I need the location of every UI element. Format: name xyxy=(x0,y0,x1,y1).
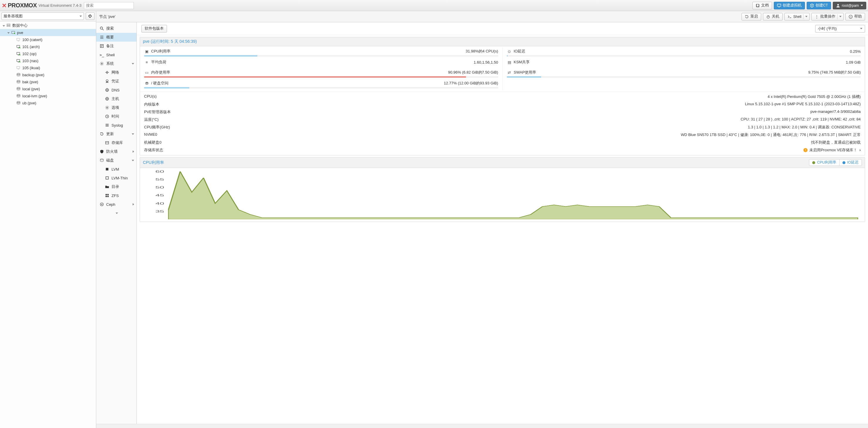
resource-tree: 数据中心 pve 100 (catwrt)101 (arch)102 (op)1… xyxy=(0,22,96,428)
menu-icon: ⋮ xyxy=(815,15,819,19)
gauge-value: 9.75% (748.75 MiB的7.50 GiB) xyxy=(808,70,861,75)
nav-选项[interactable]: 选项 xyxy=(96,103,136,112)
svg-text:35: 35 xyxy=(155,209,164,213)
svg-text:?: ? xyxy=(850,15,851,18)
nav-搜索[interactable]: 搜索 xyxy=(96,24,136,33)
docs-button[interactable]: 文档 xyxy=(752,2,772,9)
search-input[interactable] xyxy=(84,2,134,9)
tree-item-label: bak (pve) xyxy=(22,80,38,84)
nav-网络[interactable]: 网络 xyxy=(96,68,136,77)
tree-item[interactable]: ub (pve) xyxy=(0,99,96,106)
gauge-value: 1.60,1.56,1.50 xyxy=(474,60,498,65)
nav-时间[interactable]: 时间 xyxy=(96,112,136,121)
tree-item[interactable]: 105 (ikuai) xyxy=(0,64,96,71)
tree-item[interactable]: local-lvm (pve) xyxy=(0,92,96,99)
net-icon xyxy=(104,70,110,74)
metric-icon: ▣ xyxy=(144,49,149,54)
info-row[interactable]: 存储库状态!未启用Proxmox VE存储库！ › xyxy=(140,146,865,154)
tree-item[interactable]: 100 (catwrt) xyxy=(0,36,96,43)
svg-text:60: 60 xyxy=(155,170,164,173)
tree-settings-button[interactable] xyxy=(86,12,94,20)
view-mode-select[interactable]: 服务器视图 xyxy=(1,12,84,20)
info-row: CPU(s)4 x Intel(R) Pentium(R) Gold 7505 … xyxy=(140,93,865,101)
power-icon xyxy=(766,15,770,19)
info-key: CPU(s) xyxy=(144,94,185,99)
metric-icon: ▤ xyxy=(507,60,512,65)
chevron-down-icon xyxy=(132,63,134,65)
tree-item[interactable]: bak (pve) xyxy=(0,78,96,85)
info-row: 温度(°C)CPU: 31 ( 27 | 28 ) ,crit: 100 | A… xyxy=(140,116,865,124)
nav-更新[interactable]: 更新 xyxy=(96,130,136,138)
bottom-scrollbar[interactable] xyxy=(96,424,868,428)
chevron-right-icon xyxy=(133,151,134,153)
chevron-down-icon xyxy=(132,160,134,161)
nav-凭证[interactable]: 凭证 xyxy=(96,77,136,86)
nav-collapse-button[interactable] xyxy=(96,209,136,218)
metric-icon: ⛃ xyxy=(144,81,149,86)
nav-ceph[interactable]: Ceph xyxy=(96,200,136,209)
tree-node-pve[interactable]: pve xyxy=(0,29,96,36)
chevron-right-icon xyxy=(133,203,134,205)
nav-syslog[interactable]: Syslog xyxy=(96,121,136,130)
gauge-value: 90.96% (6.82 GiB的7.50 GiB) xyxy=(448,70,498,75)
expand-icon xyxy=(3,25,5,27)
summary-panel-title: pve (运行时间: 5 天 04:56:39) xyxy=(140,37,865,46)
gauge-value: 1.09 GiB xyxy=(846,60,861,65)
create-vm-button[interactable]: 创建虚拟机 xyxy=(774,2,805,9)
gauge-label: 平均负荷 xyxy=(151,60,166,65)
user-menu-button[interactable]: root@pam xyxy=(833,2,866,9)
nav-磁盘[interactable]: 磁盘 xyxy=(96,156,136,165)
shutdown-button[interactable]: 关机 xyxy=(763,13,783,21)
svg-rect-35 xyxy=(106,177,108,179)
pkg-versions-button[interactable]: 软件包版本 xyxy=(142,25,167,33)
gauge-value: 0.25% xyxy=(850,49,861,54)
storage-icon xyxy=(16,87,21,91)
nav-目录[interactable]: 目录 xyxy=(96,182,136,191)
create-ct-button[interactable]: 创建CT xyxy=(807,2,831,9)
nav-label: LVM xyxy=(112,167,119,171)
reboot-button[interactable]: 重启 xyxy=(742,13,761,21)
gauge-bar xyxy=(144,87,498,89)
nav-lvm-thin[interactable]: LVM-Thin xyxy=(96,173,136,182)
bulk-actions-button[interactable]: ⋮ 批量操作 xyxy=(811,13,844,21)
tree-item[interactable]: local (pve) xyxy=(0,85,96,92)
svg-point-33 xyxy=(100,159,103,160)
nav-dns[interactable]: DNS xyxy=(96,86,136,94)
tree-item[interactable]: 102 (op) xyxy=(0,50,96,57)
legend-item[interactable]: CPU利用率 xyxy=(809,159,839,166)
shell-dropdown-button[interactable]: Shell xyxy=(784,13,810,21)
tree-item[interactable]: 103 (nas) xyxy=(0,57,96,64)
help-button[interactable]: ? 帮助 xyxy=(845,13,865,21)
nav-label: 选项 xyxy=(112,105,119,110)
storage-icon xyxy=(16,73,21,77)
info-value: 找不到硬盘，直通或已被卸载 xyxy=(185,140,861,145)
warning-icon: ! xyxy=(803,148,808,152)
tree-item[interactable]: 101 (arch) xyxy=(0,43,96,50)
nav-zfs[interactable]: ZFS xyxy=(96,191,136,200)
chevron-down-icon xyxy=(116,212,118,214)
metric-icon: ⇄ xyxy=(507,70,512,75)
nav-概要[interactable]: 概要 xyxy=(96,33,136,42)
svg-point-26 xyxy=(101,63,102,64)
nav-备注[interactable]: 备注 xyxy=(96,42,136,51)
tree-datacenter[interactable]: 数据中心 xyxy=(0,22,96,29)
nav-存储库[interactable]: 存储库 xyxy=(96,138,136,147)
nav-主机[interactable]: 主机 xyxy=(96,94,136,103)
tree-item[interactable]: backup (pve) xyxy=(0,71,96,78)
nav-系统[interactable]: 系统 xyxy=(96,59,136,68)
node-icon xyxy=(10,31,16,35)
info-key: 机械硬盘0 xyxy=(144,140,185,145)
legend-item[interactable]: IO延迟 xyxy=(839,159,862,166)
time-range-select[interactable]: 小时 (平均) xyxy=(815,25,865,33)
nav-lvm[interactable]: LVM xyxy=(96,165,136,173)
book-icon xyxy=(755,3,760,8)
tree-item-label: 100 (catwrt) xyxy=(22,37,42,42)
create-vm-label: 创建虚拟机 xyxy=(783,3,802,8)
nav-shell[interactable]: >_Shell xyxy=(96,51,136,59)
nav-防火墙[interactable]: 防火墙 xyxy=(96,147,136,156)
shell-icon: >_ xyxy=(99,53,104,57)
disk-icon xyxy=(99,158,104,162)
info-value: CPU: 31 ( 27 | 28 ) ,crit: 100 | ACPITZ:… xyxy=(185,117,861,122)
tree-datacenter-label: 数据中心 xyxy=(12,23,28,28)
nav-label: 防火墙 xyxy=(106,149,118,154)
